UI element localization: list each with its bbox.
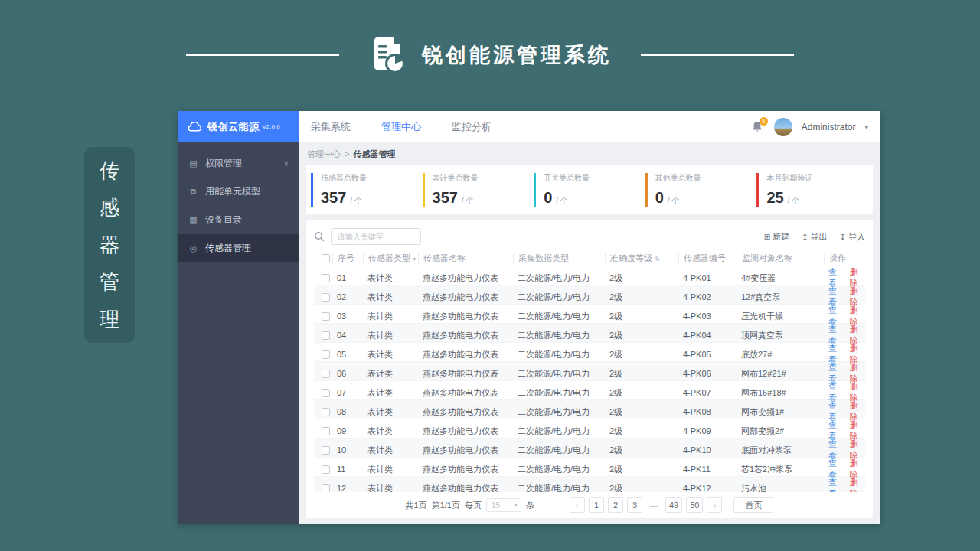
row-checkbox[interactable] <box>322 446 330 455</box>
row-checkbox[interactable] <box>322 484 330 493</box>
table-row: 07 表计类 燕赵多功能电力仪表 二次能源/电力/电力 2级 4-PK07 网布… <box>314 381 865 400</box>
username[interactable]: Administrator <box>802 122 856 132</box>
page-number-button[interactable]: 1 <box>589 497 604 513</box>
banner-rule-left <box>186 54 339 56</box>
row-checkbox[interactable] <box>322 312 330 321</box>
column-header-3[interactable]: 采集数据类型 <box>513 253 605 264</box>
permission-doc-icon: ▤ <box>188 158 199 168</box>
export-button-label: 导出 <box>811 231 828 243</box>
sidebar-item-1[interactable]: ⧉ 用能单元模型 ∨ <box>178 178 299 206</box>
per-page-select[interactable]: 15 ▾ <box>486 498 521 512</box>
cell-target-name: 底放27# <box>737 349 824 360</box>
tab-2[interactable]: 监控分析 <box>452 120 492 134</box>
table-row: 11 表计类 燕赵多功能电力仪表 二次能源/电力/电力 2级 4-PK11 芯1… <box>314 458 865 477</box>
view-link[interactable]: 查看 <box>828 477 844 492</box>
row-checkbox[interactable] <box>322 370 330 378</box>
filter-icon[interactable]: ▾ <box>413 256 416 262</box>
tab-1[interactable]: 管理中心 <box>381 120 421 134</box>
cell-no: 12 <box>332 484 363 492</box>
side-tag-char: 管 <box>100 269 119 295</box>
cloud-icon <box>188 122 202 132</box>
stats-panel: 传感器总数量 357 / 个 表计类总数量 357 / 个 开关类总数量 0 /… <box>306 165 873 214</box>
table-toolbar: ⊞ 新建 ↥ 导出 ↧ 导入 <box>314 227 865 246</box>
column-header-2[interactable]: 传感器名称 <box>418 253 513 264</box>
row-checkbox[interactable] <box>322 293 330 302</box>
cell-target-name: 压光机干燥 <box>737 311 824 322</box>
delete-link[interactable]: 删除 <box>850 477 865 492</box>
cell-sensor-code: 4-PK09 <box>678 426 737 435</box>
sidebar-item-0[interactable]: ▤ 权限管理 ∨ <box>178 149 299 178</box>
cell-sensor-name: 燕赵多功能电力仪表 <box>418 445 513 456</box>
cell-sensor-type: 表计类 <box>363 330 418 341</box>
cell-accuracy: 2级 <box>605 272 678 284</box>
cell-no: 06 <box>332 369 363 378</box>
cell-target-name: 网布16#18# <box>737 387 824 399</box>
column-header-label: 传感器类型 <box>368 253 410 262</box>
breadcrumb-parent[interactable]: 管理中心 <box>307 148 341 160</box>
cell-data-type: 二次能源/电力/电力 <box>513 445 605 456</box>
cell-sensor-code: 4-PK08 <box>678 407 737 416</box>
page-number-button[interactable]: 2 <box>608 497 623 513</box>
cell-sensor-code: 4-PK06 <box>678 369 737 378</box>
side-tag-char: 传 <box>100 158 119 184</box>
per-page-value: 15 <box>487 501 511 510</box>
cell-target-name: 底面对冲浆泵 <box>737 445 824 456</box>
row-checkbox[interactable] <box>322 408 330 416</box>
column-header-5[interactable]: 传感器编号 <box>678 253 737 264</box>
cell-sensor-code: 4-PK02 <box>678 292 737 302</box>
page-ellipsis: — <box>646 497 662 513</box>
page-number-button[interactable]: 49 <box>665 497 682 513</box>
sidebar-item-2[interactable]: ▦ 设备目录 ∨ <box>178 206 299 234</box>
sidebar-logo: 锐创云能源 V2.0.0 <box>178 111 299 142</box>
cell-data-type: 二次能源/电力/电力 <box>513 425 605 437</box>
cell-sensor-code: 4-PK01 <box>678 273 737 282</box>
cell-data-type: 二次能源/电力/电力 <box>513 483 605 493</box>
row-checkbox[interactable] <box>322 350 330 359</box>
cell-sensor-name: 燕赵多功能电力仪表 <box>418 311 513 322</box>
stat-card: 本月到期验证 25 / 个 <box>756 173 864 207</box>
table-row: 10 表计类 燕赵多功能电力仪表 二次能源/电力/电力 2级 4-PK10 底面… <box>314 439 865 458</box>
next-page-button[interactable]: › <box>707 497 722 513</box>
toolbar-buttons: ⊞ 新建 ↥ 导出 ↧ 导入 <box>764 231 865 243</box>
export-icon: ↥ <box>802 233 808 241</box>
column-header-7[interactable]: 操作 <box>824 253 865 264</box>
new-button[interactable]: ⊞ 新建 <box>764 231 789 243</box>
table-row: 06 表计类 燕赵多功能电力仪表 二次能源/电力/电力 2级 4-PK06 网布… <box>314 362 865 381</box>
column-header-0[interactable]: 序号 <box>332 253 363 264</box>
search-box <box>314 228 421 245</box>
column-header-4[interactable]: 准确度等级⇅ <box>605 253 678 264</box>
import-button[interactable]: ↧ 导入 <box>840 231 865 243</box>
home-page-button[interactable]: 首页 <box>733 497 773 513</box>
export-button[interactable]: ↥ 导出 <box>802 231 827 243</box>
select-all-checkbox[interactable] <box>322 254 330 262</box>
sort-icon[interactable]: ⇅ <box>655 256 660 262</box>
notification-bell-icon[interactable]: 5 <box>751 120 765 134</box>
row-checkbox[interactable] <box>322 274 330 282</box>
cell-target-name: 4#变压器 <box>737 272 824 284</box>
sidebar: 锐创云能源 V2.0.0 ▤ 权限管理 ∨ ⧉ 用能单元模型 ∨ ▦ 设备目录 … <box>178 111 299 524</box>
avatar[interactable] <box>774 118 792 136</box>
tab-0[interactable]: 采集系统 <box>311 120 351 134</box>
cell-no: 11 <box>332 465 363 474</box>
cell-target-name: 网布12#21# <box>737 368 824 380</box>
sidebar-item-3[interactable]: ◎ 传感器管理 ∨ <box>178 234 299 262</box>
user-menu-chevron-down-icon[interactable]: ▾ <box>864 123 868 131</box>
cell-data-type: 二次能源/电力/电力 <box>513 330 605 341</box>
cell-sensor-type: 表计类 <box>363 464 418 475</box>
row-select-cell <box>314 312 332 321</box>
row-checkbox[interactable] <box>322 465 330 474</box>
prev-page-button[interactable]: ‹ <box>570 497 585 513</box>
pagination-pages: ‹ 123—4950 › 首页 <box>570 497 774 513</box>
row-checkbox[interactable] <box>322 389 330 397</box>
row-checkbox[interactable] <box>322 427 330 435</box>
search-input[interactable] <box>331 228 421 245</box>
import-icon: ↧ <box>840 233 846 241</box>
table-row: 02 表计类 燕赵多功能电力仪表 二次能源/电力/电力 2级 4-PK02 12… <box>314 285 865 305</box>
column-header-6[interactable]: 监测对象名称 <box>737 253 824 264</box>
app-window: 锐创云能源 V2.0.0 ▤ 权限管理 ∨ ⧉ 用能单元模型 ∨ ▦ 设备目录 … <box>178 111 880 524</box>
cell-accuracy: 2级 <box>605 330 678 341</box>
page-number-button[interactable]: 3 <box>627 497 642 513</box>
column-header-1[interactable]: 传感器类型▾ <box>363 253 418 264</box>
page-number-button[interactable]: 50 <box>686 497 703 513</box>
row-checkbox[interactable] <box>322 331 330 340</box>
